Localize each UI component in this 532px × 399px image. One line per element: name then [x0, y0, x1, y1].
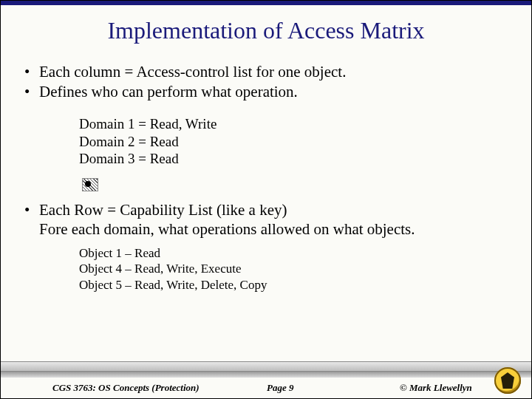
- bullet-list-1: Each column = Access-control list for on…: [21, 62, 511, 102]
- slide: Implementation of Access Matrix Each col…: [0, 0, 532, 399]
- footer-bar: [1, 361, 531, 372]
- top-rule: [1, 1, 531, 5]
- domain-line: Domain 3 = Read: [79, 150, 511, 168]
- bullet-item: Defines who can perform what operation.: [21, 82, 511, 102]
- domain-line: Domain 2 = Read: [79, 133, 511, 151]
- slide-title: Implementation of Access Matrix: [1, 1, 531, 44]
- bullet-item: Each column = Access-control list for on…: [21, 62, 511, 82]
- bullet-list-2: Each Row = Capability List (like a key) …: [21, 200, 511, 239]
- bullet-item: Each Row = Capability List (like a key) …: [21, 200, 511, 239]
- bullet-line: Each Row = Capability List (like a key): [39, 201, 287, 219]
- footer: CGS 3763: OS Concepts (Protection) Page …: [1, 363, 531, 398]
- footer-copyright: © Mark Llewellyn: [378, 382, 480, 394]
- footer-shadow: [1, 372, 531, 378]
- ucf-logo-icon: [494, 367, 521, 394]
- object-line: Object 5 – Read, Write, Delete, Copy: [79, 277, 511, 293]
- domain-line: Domain 1 = Read, Write: [79, 115, 511, 133]
- domain-block: Domain 1 = Read, Write Domain 2 = Read D…: [79, 115, 511, 168]
- footer-text: CGS 3763: OS Concepts (Protection) Page …: [1, 382, 531, 394]
- footer-page: Page 9: [267, 382, 378, 394]
- object-block: Object 1 – Read Object 4 – Read, Write, …: [79, 245, 511, 293]
- object-line: Object 4 – Read, Write, Execute: [79, 261, 511, 277]
- marker-icon: [82, 178, 98, 191]
- slide-body: Each column = Access-control list for on…: [1, 44, 531, 293]
- bullet-line: Fore each domain, what operations allowe…: [39, 220, 415, 238]
- footer-course: CGS 3763: OS Concepts (Protection): [52, 382, 267, 394]
- object-line: Object 1 – Read: [79, 245, 511, 262]
